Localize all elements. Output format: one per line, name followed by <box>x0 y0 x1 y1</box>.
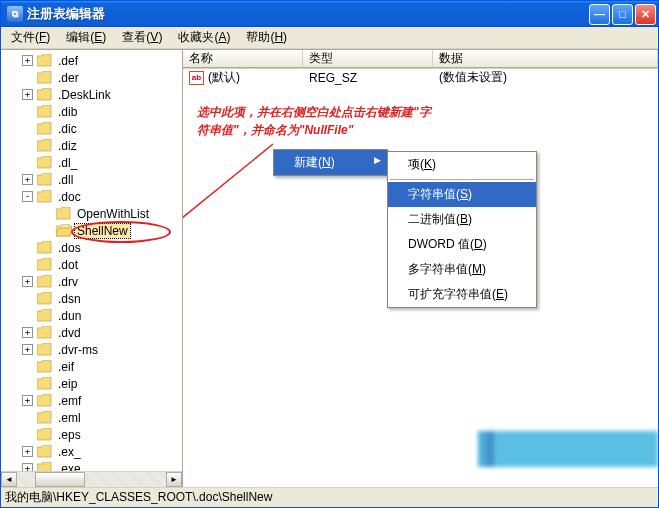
context-submenu[interactable]: 项(K)字符串值(S)二进制值(B)DWORD 值(D)多字符串值(M)可扩充字… <box>387 151 537 308</box>
tree-label: .dic <box>56 122 79 136</box>
value-data: (数值未设置) <box>433 69 658 86</box>
tree-label: ShellNew <box>75 224 130 238</box>
tree-node[interactable]: +.drv <box>3 273 182 290</box>
titlebar[interactable]: ⧉ 注册表编辑器 — □ ✕ <box>1 1 658 27</box>
folder-icon <box>37 462 53 471</box>
tree-label: .eif <box>56 360 76 374</box>
expand-toggle: + <box>22 412 33 423</box>
folder-icon <box>37 292 53 305</box>
expand-toggle: + <box>22 259 33 270</box>
tree-label: .ex_ <box>56 445 83 459</box>
tree-pane[interactable]: +.def+.der+.DeskLink+.dib+.dic+.diz+.dl_… <box>1 50 183 487</box>
folder-icon <box>37 173 53 186</box>
scroll-left-button[interactable]: ◄ <box>1 472 17 487</box>
list-body[interactable]: ab(默认) REG_SZ (数值未设置) 选中此项，并在右侧空白处点击右键新建… <box>183 69 658 487</box>
tree-node[interactable]: +.DeskLink <box>3 86 182 103</box>
menu-f[interactable]: 文件(F) <box>3 27 58 48</box>
col-name[interactable]: 名称 <box>183 50 303 68</box>
window-title: 注册表编辑器 <box>27 5 589 23</box>
expand-toggle: + <box>22 361 33 372</box>
expand-toggle: + <box>22 72 33 83</box>
expand-toggle[interactable]: + <box>22 55 33 66</box>
tree-node[interactable]: +.eps <box>3 426 182 443</box>
tree-node[interactable]: +.dic <box>3 120 182 137</box>
context-subitem[interactable]: 项(K) <box>388 152 536 177</box>
context-subitem[interactable]: DWORD 值(D) <box>388 232 536 257</box>
menu-v[interactable]: 查看(V) <box>114 27 170 48</box>
tree-node[interactable]: +.der <box>3 69 182 86</box>
tree-node[interactable]: +.dot <box>3 256 182 273</box>
menu-a[interactable]: 收藏夹(A) <box>170 27 238 48</box>
tree-node[interactable]: +OpenWithList <box>3 205 182 222</box>
folder-icon <box>37 139 53 152</box>
tree-label: .DeskLink <box>56 88 113 102</box>
context-subitem[interactable]: 字符串值(S) <box>388 182 536 207</box>
list-row[interactable]: ab(默认) REG_SZ (数值未设置) <box>183 69 658 86</box>
menu-h[interactable]: 帮助(H) <box>238 27 295 48</box>
tree-node[interactable]: +.exe <box>3 460 182 471</box>
folder-icon <box>37 377 53 390</box>
tree-node[interactable]: -.doc <box>3 188 182 205</box>
context-item-new[interactable]: 新建(N) ▶ <box>274 150 387 175</box>
context-subitem[interactable]: 二进制值(B) <box>388 207 536 232</box>
folder-icon <box>37 275 53 288</box>
expand-toggle: + <box>22 157 33 168</box>
minimize-button[interactable]: — <box>589 4 610 25</box>
expand-toggle: + <box>22 310 33 321</box>
folder-icon <box>37 156 53 169</box>
expand-toggle[interactable]: + <box>22 446 33 457</box>
tree-node[interactable]: +.eml <box>3 409 182 426</box>
tree-node[interactable]: +.dvr-ms <box>3 341 182 358</box>
client-area: +.def+.der+.DeskLink+.dib+.dic+.diz+.dl_… <box>1 49 658 487</box>
context-menu[interactable]: 新建(N) ▶ <box>273 149 388 176</box>
tree-node[interactable]: +.eif <box>3 358 182 375</box>
expand-toggle[interactable]: + <box>22 395 33 406</box>
scroll-right-button[interactable]: ► <box>166 472 182 487</box>
tree-scrollbar[interactable]: ◄ ► <box>1 471 182 487</box>
tree-node[interactable]: +ShellNew <box>3 222 182 239</box>
tree-node[interactable]: +.dvd <box>3 324 182 341</box>
tree-node[interactable]: +.ex_ <box>3 443 182 460</box>
col-type[interactable]: 类型 <box>303 50 433 68</box>
expand-toggle: + <box>22 242 33 253</box>
expand-toggle: + <box>22 429 33 440</box>
list-pane[interactable]: 名称 类型 数据 ab(默认) REG_SZ (数值未设置) 选中此项，并在右侧… <box>183 50 658 487</box>
close-button[interactable]: ✕ <box>635 4 656 25</box>
tree-node[interactable]: +.dun <box>3 307 182 324</box>
tree-node[interactable]: +.eip <box>3 375 182 392</box>
expand-toggle[interactable]: - <box>22 191 33 202</box>
scroll-track[interactable] <box>17 472 166 487</box>
tree-label: .emf <box>56 394 83 408</box>
tree-node[interactable]: +.dll <box>3 171 182 188</box>
tree-node[interactable]: +.diz <box>3 137 182 154</box>
tree-node[interactable]: +.dl_ <box>3 154 182 171</box>
maximize-button[interactable]: □ <box>612 4 633 25</box>
expand-toggle[interactable]: + <box>22 463 33 471</box>
tree-node[interactable]: +.emf <box>3 392 182 409</box>
list-header[interactable]: 名称 类型 数据 <box>183 50 658 69</box>
tree-node[interactable]: +.dib <box>3 103 182 120</box>
context-subitem[interactable]: 多字符串值(M) <box>388 257 536 282</box>
watermark <box>478 431 658 467</box>
expand-toggle[interactable]: + <box>22 344 33 355</box>
context-subitem[interactable]: 可扩充字符串值(E) <box>388 282 536 307</box>
tree-node[interactable]: +.def <box>3 52 182 69</box>
expand-toggle[interactable]: + <box>22 174 33 185</box>
expand-toggle[interactable]: + <box>22 327 33 338</box>
value-type: REG_SZ <box>303 71 433 85</box>
tree-label: OpenWithList <box>75 207 151 221</box>
tree-node[interactable]: +.dsn <box>3 290 182 307</box>
tree-label: .eip <box>56 377 79 391</box>
col-data[interactable]: 数据 <box>433 50 658 68</box>
expand-toggle[interactable]: + <box>22 89 33 100</box>
tree-label: .diz <box>56 139 79 153</box>
menu-e[interactable]: 编辑(E) <box>58 27 114 48</box>
value-name: (默认) <box>208 69 240 86</box>
scroll-thumb[interactable] <box>35 472 85 487</box>
menubar: 文件(F)编辑(E)查看(V)收藏夹(A)帮助(H) <box>1 27 658 49</box>
folder-icon <box>37 343 53 356</box>
tree-node[interactable]: +.dos <box>3 239 182 256</box>
expand-toggle[interactable]: + <box>22 276 33 287</box>
tree-label: .eps <box>56 428 83 442</box>
tree-label: .dot <box>56 258 80 272</box>
